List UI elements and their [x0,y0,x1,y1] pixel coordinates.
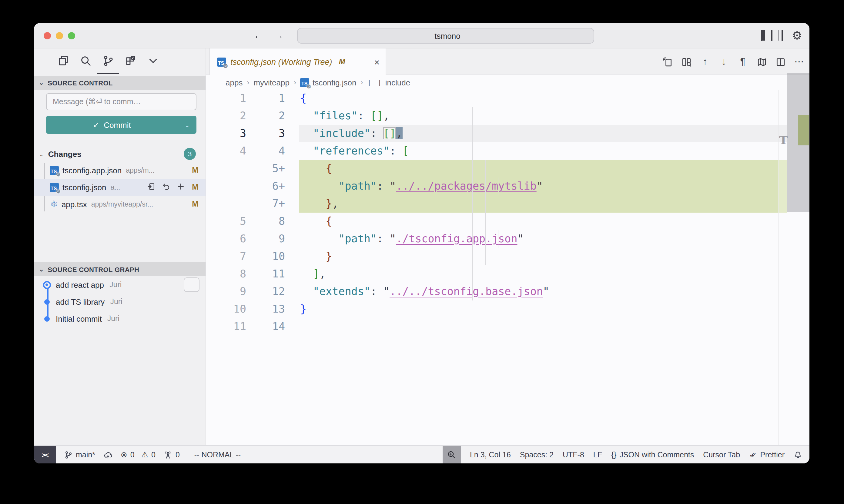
changed-file-app.tsx[interactable]: ⚛app.tsxapps/myviteapp/sr...M [34,196,206,213]
next-change-icon[interactable]: ↓ [719,56,729,67]
map-icon[interactable] [756,56,767,67]
warning-icon: ⚠ [141,451,148,458]
code-line[interactable]: 22 "files": [], [206,107,809,125]
breadcrumb-separator: › [247,78,249,87]
go-to-file-icon[interactable] [147,182,156,192]
tab-tsconfig-working-tree[interactable]: TS⚙ tsconfig.json (Working Tree) M × [209,49,386,75]
goto-commit-button[interactable] [184,277,200,292]
status-cursor-position[interactable]: Ln 3, Col 16 [470,450,511,459]
code-token [300,215,326,227]
code-line[interactable]: 11{ [206,90,809,107]
commit-button[interactable]: ✓ Commit ⌄ [46,116,196,134]
status-remote-indicator[interactable]: >< [34,446,56,463]
toggle-whitespace-icon[interactable]: ¶ [737,56,748,67]
code-line[interactable]: 33 "include": [], [206,125,809,142]
code-token: " [390,180,396,192]
activity-item-extensions[interactable] [124,56,136,68]
breadcrumb-item-apps[interactable]: apps [226,78,243,87]
code-line-content: { [299,90,778,107]
status-notifications[interactable] [794,450,802,459]
code-line[interactable]: 1013} [206,301,809,318]
status-zoom-status[interactable] [443,446,461,463]
code-line[interactable]: 7+ }, [206,195,809,213]
status-sync-status[interactable] [104,450,112,459]
previous-change-icon[interactable]: ↑ [700,56,711,67]
zoom-window-button[interactable] [68,32,75,39]
close-tab-icon[interactable]: × [374,57,380,67]
original-line-number: 1 [206,90,246,107]
status-branch-status[interactable]: main* [64,450,95,459]
code-line[interactable]: 69 "path": "./tsconfig.app.json" [206,230,809,248]
original-line-number: 4 [206,142,246,160]
command-center-search[interactable]: tsmono [297,28,594,43]
gutter-spacer [285,125,299,142]
close-window-button[interactable] [44,32,51,39]
status-vim-mode[interactable]: -- NORMAL -- [194,450,241,459]
activity-item-explorer[interactable] [57,56,69,68]
code-token: , [396,127,402,139]
path-link[interactable]: ../../tsconfig.base.json [390,285,543,298]
forward-icon[interactable]: → [273,30,284,42]
status-problems-status[interactable]: ⊗0⚠0 [121,450,156,459]
activity-item-search[interactable] [80,56,91,68]
changes-section-header[interactable]: ⌄ Changes 3 [34,147,206,161]
back-icon[interactable]: ← [254,30,264,42]
changed-file-tsconfig.app.json[interactable]: TS⚙tsconfig.app.jsonapps/m...M [34,162,206,179]
status-text: -- NORMAL -- [194,450,241,459]
status-cursor-tab[interactable]: Cursor Tab [703,450,740,459]
status-encoding[interactable]: UTF-8 [563,450,584,459]
code-line[interactable]: 5+ { [206,160,809,178]
discard-changes-icon[interactable] [162,182,170,192]
breadcrumb-item-tsconfig.json[interactable]: TS⚙tsconfig.json [300,78,357,87]
commit-row[interactable]: add react appJuri [34,276,206,293]
code-line[interactable]: 6+ "path": "../../packages/mytslib" [206,178,809,195]
path-link[interactable]: ./tsconfig.app.json [396,233,517,245]
status-formatter[interactable]: ✓✓Prettier [749,450,785,459]
split-editor-icon[interactable] [775,56,786,67]
minimap[interactable]: T [778,90,787,445]
commit-message-input[interactable] [46,93,196,110]
layout-sidebar-left-icon[interactable] [761,30,762,41]
changed-file-tsconfig.json[interactable]: TS⚙tsconfig.jsona...M [34,179,206,196]
commit-dot [44,316,50,321]
settings-gear-icon[interactable]: ⚙ [792,30,802,42]
layout-sidebar-right-icon[interactable] [781,30,783,41]
stage-changes-icon[interactable] [176,182,185,192]
code-token: : [390,145,402,157]
code-line[interactable]: 912 "extends": "../../tsconfig.base.json… [206,283,809,301]
breadcrumb-item-include[interactable]: [ ]include [367,78,410,87]
code-line[interactable]: 58 { [206,213,809,230]
layout-panel-icon[interactable] [771,30,773,41]
modified-line-number: 2 [246,107,285,125]
commit-dropdown-button[interactable]: ⌄ [178,122,196,128]
gutter-spacer [285,213,299,230]
activity-item-additional-views[interactable] [147,56,159,68]
original-line-number [206,178,246,195]
source-control-section-header[interactable]: ⌄ SOURCE CONTROL [34,76,206,90]
status-text: main* [76,450,95,459]
minimize-window-button[interactable] [56,32,63,39]
modified-line-number: 5+ [246,160,285,178]
code-token: : [371,285,383,298]
vscode-window: ← → tsmono ⚙ ⌄ SOURCE CONTROL ✓ [34,23,809,463]
gutter-spacer [285,301,299,318]
code-line[interactable]: 1114 [206,318,809,336]
code-line[interactable]: 811 ], [206,265,809,283]
breadcrumb-item-myviteapp[interactable]: myviteapp [254,78,290,87]
code-line[interactable]: 44 "references": [ [206,142,809,160]
status-indentation[interactable]: Spaces: 2 [520,450,554,459]
code-line[interactable]: 710 } [206,248,809,265]
status-eol-sequence[interactable]: LF [593,450,602,459]
source-control-graph-header[interactable]: ⌄ SOURCE CONTROL GRAPH [34,262,206,276]
status-text: Ln 3, Col 16 [470,450,511,459]
status-ports-status[interactable]: 0 [164,450,180,459]
commit-row[interactable]: Initial commitJuri [34,310,206,327]
path-link[interactable]: ../../packages/mytslib [396,180,537,192]
open-changes-icon[interactable] [662,56,673,67]
gutter-spacer [285,248,299,265]
compare-changes-icon[interactable] [681,56,692,67]
status-language-mode[interactable]: {}JSON with Comments [611,450,694,459]
more-actions-icon[interactable]: ⋯ [794,56,805,67]
commit-row[interactable]: add TS libraryJuri [34,293,206,310]
activity-item-source-control[interactable] [102,56,114,68]
